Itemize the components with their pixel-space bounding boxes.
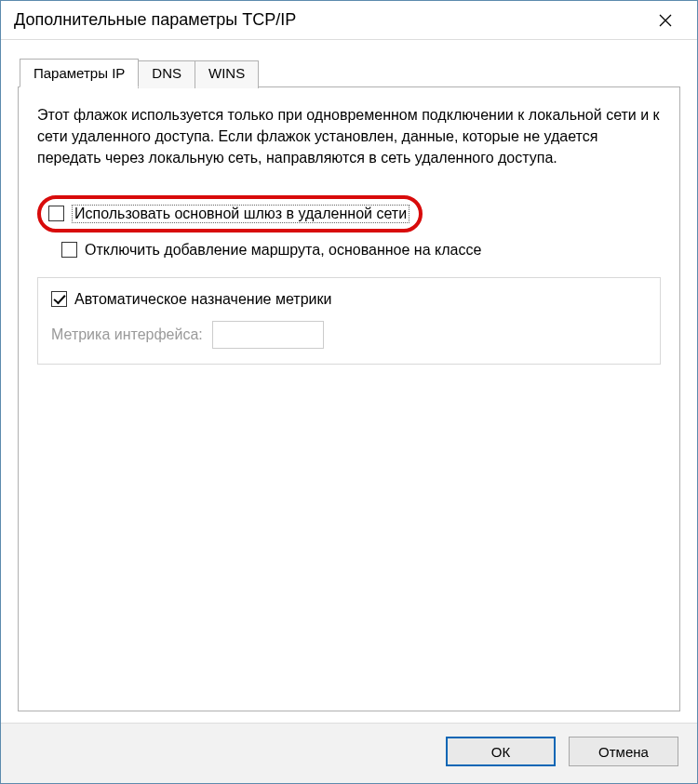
close-icon [659, 14, 672, 27]
tab-wins[interactable]: WINS [195, 60, 259, 88]
ok-button[interactable]: ОК [446, 737, 556, 766]
use-default-gateway-checkbox[interactable] [48, 206, 64, 221]
auto-metric-label[interactable]: Автоматическое назначение метрики [74, 291, 331, 308]
auto-metric-row: Автоматическое назначение метрики [51, 291, 647, 308]
highlight-annotation: Использовать основной шлюз в удаленной с… [37, 195, 423, 233]
dialog-window: Дополнительные параметры TCP/IP Параметр… [0, 0, 698, 784]
titlebar: Дополнительные параметры TCP/IP [1, 1, 697, 40]
tab-panel-ip: Этот флажок используется только при одно… [18, 86, 680, 711]
interface-metric-input [212, 321, 324, 349]
close-button[interactable] [647, 7, 684, 34]
interface-metric-label: Метрика интерфейса: [51, 326, 203, 343]
content-area: Параметры IP DNS WINS Этот флажок исполь… [1, 40, 697, 723]
button-bar: ОК Отмена [1, 723, 697, 783]
disable-class-route-label[interactable]: Отключить добавление маршрута, основанно… [85, 242, 481, 259]
gateway-description-text: Этот флажок используется только при одно… [37, 104, 661, 169]
window-title: Дополнительные параметры TCP/IP [14, 10, 647, 30]
tab-dns[interactable]: DNS [138, 60, 195, 88]
disable-class-route-row: Отключить добавление маршрута, основанно… [61, 242, 661, 259]
interface-metric-row: Метрика интерфейса: [51, 321, 647, 349]
tab-ip-settings[interactable]: Параметры IP [20, 59, 139, 87]
use-default-gateway-label[interactable]: Использовать основной шлюз в удаленной с… [72, 205, 409, 223]
tab-strip: Параметры IP DNS WINS [20, 59, 680, 86]
metric-group: Автоматическое назначение метрики Метрик… [37, 277, 661, 365]
auto-metric-checkbox[interactable] [51, 291, 67, 307]
cancel-button[interactable]: Отмена [569, 737, 678, 766]
disable-class-route-checkbox[interactable] [61, 242, 77, 258]
